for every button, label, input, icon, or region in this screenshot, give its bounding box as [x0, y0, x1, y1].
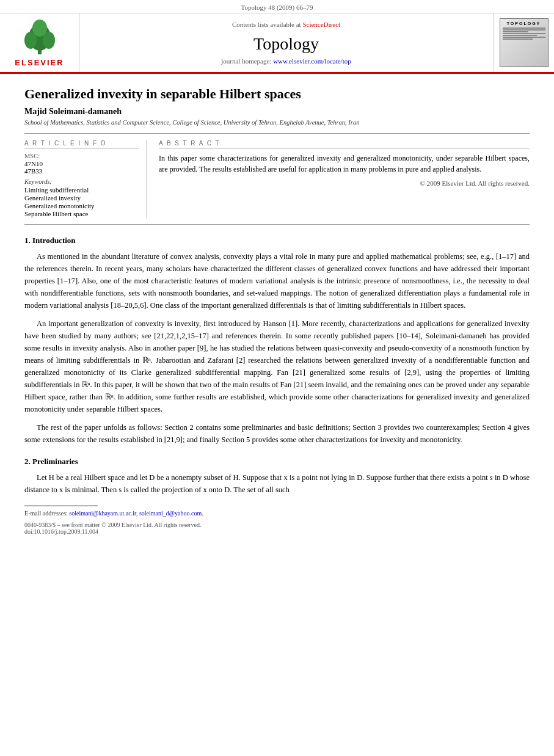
intro-paragraph-1: As mentioned in the abundant literature … [24, 250, 530, 311]
msc-label: MSC: [24, 153, 139, 159]
article-content: Generalized invexity in separable Hilber… [0, 74, 554, 547]
article-info-abstract: A R T I C L E I N F O MSC: 47N10 47B33 K… [24, 140, 530, 218]
keyword-2: Generalized invexity [24, 194, 139, 202]
footnote-email: E-mail addresses: soleimani@khayam.ut.ac… [24, 510, 530, 517]
elsevier-logo-box: ELSEVIER [0, 13, 79, 72]
copyright-line: © 2009 Elsevier Ltd. All rights reserved… [159, 180, 530, 187]
email-link-2[interactable]: soleimani_d@yahoo.com [139, 510, 202, 517]
article-title: Generalized invexity in separable Hilber… [24, 86, 530, 102]
elsevier-label: ELSEVIER [15, 58, 64, 67]
article-info-col: A R T I C L E I N F O MSC: 47N10 47B33 K… [24, 140, 147, 218]
abstract-heading: A B S T R A C T [159, 140, 530, 149]
journal-cover-image: TOPOLOGY [500, 18, 549, 67]
article-info-heading: A R T I C L E I N F O [24, 140, 139, 149]
article-divider [24, 133, 530, 134]
body-divider [24, 224, 530, 225]
issn-line: 0040-9383/$ – see front matter © 2009 El… [24, 522, 530, 535]
keyword-3: Generalized monotonicity [24, 202, 139, 209]
footnote-divider [24, 506, 98, 506]
journal-citation: Topology 48 (2009) 66–79 [0, 0, 554, 13]
abstract-text: In this paper some characterizations for… [159, 153, 530, 175]
journal-homepage-link[interactable]: www.elsevier.com/locate/top [273, 57, 351, 65]
keyword-4: Separable Hilbert space [24, 210, 139, 217]
journal-title: Topology [253, 34, 319, 54]
cover-title: TOPOLOGY [507, 21, 541, 26]
prelim-section-title: 2. Preliminaries [24, 457, 530, 467]
journal-homepage-line: journal homepage: www.elsevier.com/locat… [221, 57, 351, 65]
keyword-1: Limiting subdifferential [24, 186, 139, 194]
intro-section-title: 1. Introduction [24, 236, 530, 245]
keywords-label: Keywords: [24, 178, 139, 185]
journal-cover-box: TOPOLOGY [493, 13, 554, 72]
intro-paragraph-2: An important generalization of convexity… [24, 318, 530, 415]
msc-codes: 47N10 47B33 [24, 160, 139, 175]
sciencedirect-line: Contents lists available at ScienceDirec… [232, 21, 340, 28]
sciencedirect-link[interactable]: ScienceDirect [302, 21, 340, 28]
elsevier-tree-icon [18, 19, 61, 56]
svg-point-4 [32, 20, 47, 37]
msc-code-1: 47N10 [24, 160, 139, 167]
article-affiliation: School of Mathematics, Statistics and Co… [24, 119, 530, 126]
journal-center: Contents lists available at ScienceDirec… [79, 13, 493, 72]
abstract-col: A B S T R A C T In this paper some chara… [159, 140, 530, 218]
article-author: Majid Soleimani-damaneh [24, 107, 530, 117]
journal-header: ELSEVIER Contents lists available at Sci… [0, 13, 554, 74]
intro-paragraph-3: The rest of the paper unfolds as follows… [24, 421, 530, 446]
email-link-1[interactable]: soleimani@khayam.ut.ac.ir [69, 510, 136, 517]
msc-code-2: 47B33 [24, 167, 139, 175]
prelim-paragraph-1: Let H be a real Hilbert space and let D … [24, 471, 530, 496]
